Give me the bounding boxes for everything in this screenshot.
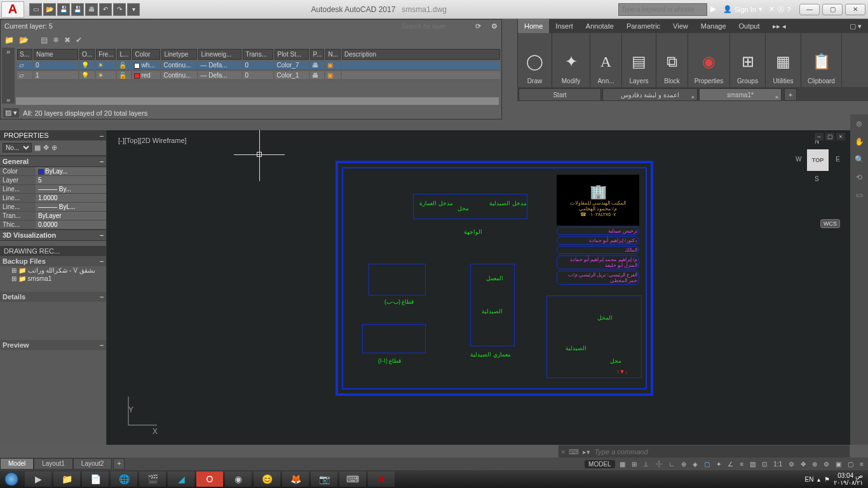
tab-view[interactable]: View [667,19,695,33]
col-freeze[interactable]: Fre... [96,49,116,60]
settings-icon[interactable]: ⚙ [491,22,498,30]
collapse-icon[interactable]: – [100,257,104,265]
tray-up-icon[interactable]: ▴ [817,476,820,483]
preview-label[interactable]: Preview [3,341,29,349]
prop-lweight-value[interactable]: ——— ByL... [36,203,106,212]
layer-delete-icon[interactable]: ✖ [64,36,71,44]
wcs-badge[interactable]: WCS [820,219,840,228]
task-explorer[interactable]: 📁 [53,471,80,487]
panel-layers[interactable]: ▤Layers [622,33,656,87]
nav-pan-icon[interactable]: ✋ [852,135,866,149]
status-tran-icon[interactable]: ▨ [748,461,757,468]
qat-open-icon[interactable]: 📂 [43,3,56,16]
panel-utilities[interactable]: ▦Utilities [766,33,801,87]
maximize-button[interactable]: ▢ [822,4,843,15]
collapse-icon[interactable]: – [100,293,104,301]
status-menu-icon[interactable]: ≡ [858,461,865,468]
filter-invert-icon[interactable]: ▨ ▾ [3,108,19,118]
filter-expand-icon[interactable]: » [6,48,10,55]
status-model[interactable]: MODEL [585,460,615,468]
vp-close-icon[interactable]: × [836,133,845,140]
col-trans[interactable]: Trans... [243,49,273,60]
folder-icon[interactable]: 📁 [4,36,14,44]
task-3dsmax[interactable]: ◢ [168,471,194,487]
tab-annotate[interactable]: Annotate [580,19,620,33]
task-notepad[interactable]: 📄 [82,471,109,487]
filter-expand2-icon[interactable]: » [6,96,10,104]
panel-groups[interactable]: ⊞Groups [730,33,766,87]
status-osnap-icon[interactable]: ▢ [702,461,712,468]
panel-modify[interactable]: ✦Modify [552,33,590,87]
autocad-logo[interactable]: A [1,1,24,18]
doc-tab-start[interactable]: Start [519,88,601,101]
status-clean-icon[interactable]: ▢ [846,461,855,468]
task-opera[interactable]: O [196,471,223,487]
doc-tab-1[interactable]: اعمدة و لبشة دقادوس× [602,88,698,101]
layer-current-icon[interactable]: ✔ [76,36,82,44]
collapse-icon[interactable]: – [100,341,104,349]
qat-save-icon[interactable]: 💾 [57,3,70,16]
viewport-label[interactable]: [-][Top][2D Wireframe] [118,137,187,144]
folder2-icon[interactable]: 📂 [19,36,29,44]
vp-maximize-icon[interactable]: ▢ [825,133,834,140]
layout-tab-1[interactable]: Layout1 [34,458,73,470]
status-scale[interactable]: 1:1 [771,461,784,468]
col-status[interactable]: S... [17,49,32,60]
close-button[interactable]: ✕ [845,4,865,15]
col-plot[interactable]: P... [310,49,324,60]
task-app5[interactable]: 📷 [311,471,337,487]
qat-print-icon[interactable]: 🖶 [85,3,98,16]
col-newvp[interactable]: N... [325,49,341,60]
task-app4[interactable]: 🦊 [282,471,309,487]
start-button[interactable] [0,470,23,488]
col-on[interactable]: O... [79,49,95,60]
col-lock[interactable]: L... [117,49,131,60]
qat-redo-icon[interactable]: ↷ [113,3,126,16]
exchange-icon[interactable]: ✕ [769,5,775,13]
command-input[interactable] [594,448,847,456]
status-monitor-icon[interactable]: ▣ [834,461,843,468]
task-app1[interactable]: 🌐 [111,471,137,487]
col-lineweight[interactable]: Lineweig... [198,49,241,60]
layer-new-icon[interactable]: ▤ [41,36,48,44]
status-cycling-icon[interactable]: ⊡ [760,461,769,468]
task-app2[interactable]: 🎬 [139,471,166,487]
qat-new-icon[interactable]: ▭ [29,3,42,16]
status-polar-icon[interactable]: ⊕ [679,461,688,468]
prop-lscale-value[interactable]: 1.0000 [36,194,106,203]
col-plotstyle[interactable]: Plot St... [275,49,309,60]
col-linetype[interactable]: Linetype [161,49,197,60]
viewcube-top[interactable]: TOP [807,149,829,171]
nav-wheel-icon[interactable]: ⊚ [852,117,866,131]
backup-item-0[interactable]: ⊞ 📁 شكرالله وراتب - V بشقق [0,266,106,274]
tab-more-icon[interactable]: ▸▸ ◂ [766,19,792,33]
palette-close-icon[interactable]: – [100,130,106,140]
layout-add-button[interactable]: + [113,458,125,470]
pickadd-icon[interactable]: ⊕ [51,144,57,152]
prop-thick-value[interactable]: 0.0000 [36,220,106,229]
signin-caret-icon[interactable]: ⯈ [710,6,717,13]
help-icon[interactable]: ? [787,6,790,13]
nav-showmotion-icon[interactable]: ▭ [852,188,866,202]
close-icon[interactable]: × [691,91,695,104]
prop-layer-value[interactable]: 5 [36,176,106,185]
status-iso-icon[interactable]: ◈ [691,461,700,468]
section-3dviz[interactable]: 3D Visualization [3,231,56,239]
status-grid-icon[interactable]: ▦ [618,461,627,468]
status-custom-icon[interactable]: ⊕ [810,461,819,468]
cmd-close-icon[interactable]: × [561,448,565,456]
qat-dropdown-icon[interactable]: ▾ [127,3,140,16]
selectobj-icon[interactable]: ✥ [43,144,49,152]
task-chrome[interactable]: ◉ [225,471,252,487]
quickselect-icon[interactable]: ▦ [34,144,41,152]
panel-block[interactable]: ⧉Block [656,33,688,87]
status-anno-icon[interactable]: ✥ [799,461,808,468]
backup-item-1[interactable]: ⊞ 📁 smsma1 [0,274,106,283]
layout-tab-model[interactable]: Model [0,458,34,470]
ucs-icon[interactable]: Y X [122,393,160,433]
col-name[interactable]: Name [34,49,78,60]
layer-freeze-icon[interactable]: ❄ [53,36,59,44]
minimize-button[interactable]: — [799,4,820,15]
collapse-icon[interactable]: – [100,231,104,239]
col-description[interactable]: Description [342,49,500,60]
